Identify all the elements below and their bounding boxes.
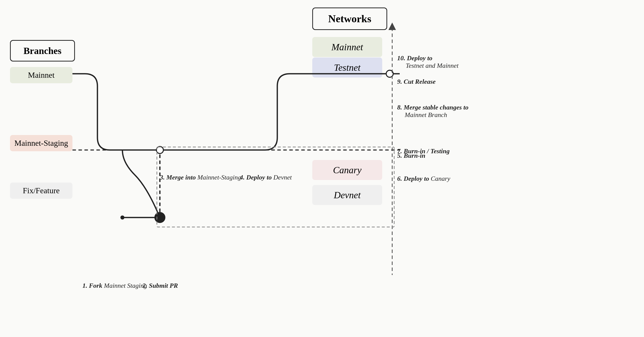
step-8: 8. Merge stable changes to Mainnet Branc… (397, 104, 468, 119)
svg-point-5 (154, 212, 165, 223)
step-4: 4. Deploy to Devnet (240, 174, 292, 181)
step-10: 10. Deploy to Testnet and Mainnet (397, 55, 458, 70)
step-6: 6. Deploy to Canary (397, 175, 450, 182)
step-3: 3. Merge into Mainnet-Staging (160, 174, 241, 181)
svg-point-2 (156, 147, 163, 154)
step-1: 1. Fork Mainnet Staging (82, 282, 147, 289)
step-7: 7. Burn-in / Testing (397, 148, 450, 155)
diagram-container: Networks Branches Mainnet Testnet Canary… (0, 0, 644, 337)
svg-marker-7 (388, 23, 396, 30)
step-9: 9. Cut Release (397, 78, 436, 86)
step-2: 2. Submit PR (142, 282, 178, 289)
svg-rect-8 (157, 147, 394, 227)
